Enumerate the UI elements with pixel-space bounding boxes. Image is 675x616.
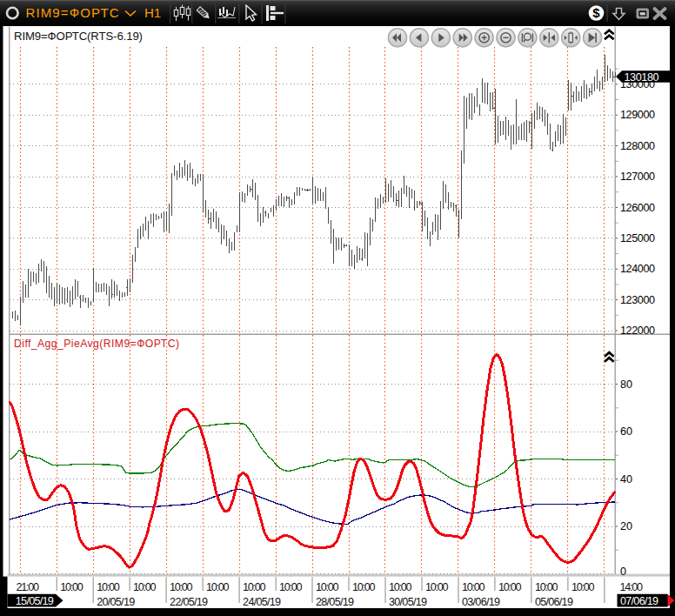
svg-text:10:00: 10:00 xyxy=(571,581,595,593)
svg-text:22/05/19: 22/05/19 xyxy=(170,596,208,608)
svg-text:10:00: 10:00 xyxy=(498,581,522,593)
svg-text:125000: 125000 xyxy=(620,232,655,244)
svg-text:10:00: 10:00 xyxy=(316,581,339,593)
svg-text:124000: 124000 xyxy=(620,263,655,275)
svg-text:123000: 123000 xyxy=(620,294,655,306)
svg-text:10:00: 10:00 xyxy=(279,581,303,593)
svg-text:10:00: 10:00 xyxy=(133,581,157,593)
svg-text:10:00: 10:00 xyxy=(462,581,485,593)
svg-text:40: 40 xyxy=(620,473,632,485)
svg-text:30/05/19: 30/05/19 xyxy=(389,596,427,608)
svg-text:10:00: 10:00 xyxy=(206,581,230,593)
svg-text:$: $ xyxy=(592,5,600,20)
svg-text:127000: 127000 xyxy=(620,171,655,183)
svg-text:10:00: 10:00 xyxy=(352,581,376,593)
svg-text:10:00: 10:00 xyxy=(243,581,266,593)
svg-text:28/05/19: 28/05/19 xyxy=(316,596,354,608)
svg-text:20/05/19: 20/05/19 xyxy=(97,596,135,608)
svg-text:03/06/19: 03/06/19 xyxy=(462,596,500,608)
svg-text:05/06/19: 05/06/19 xyxy=(535,596,573,608)
svg-text:10:00: 10:00 xyxy=(535,581,558,593)
svg-text:0: 0 xyxy=(620,566,626,578)
svg-text:10:00: 10:00 xyxy=(389,581,412,593)
svg-text:10:00: 10:00 xyxy=(425,581,449,593)
svg-text:128000: 128000 xyxy=(620,140,655,152)
svg-text:130180: 130180 xyxy=(625,71,659,84)
svg-text:20: 20 xyxy=(620,520,632,532)
svg-text:10:00: 10:00 xyxy=(60,581,84,593)
svg-text:Diff_Agg_PieAvg(RIM9=ФОРТС): Diff_Agg_PieAvg(RIM9=ФОРТС) xyxy=(14,338,179,350)
svg-text:24/05/19: 24/05/19 xyxy=(243,596,281,608)
svg-text:10:00: 10:00 xyxy=(170,581,193,593)
svg-text:122000: 122000 xyxy=(620,325,655,337)
svg-text:60: 60 xyxy=(620,425,632,438)
svg-text:14:00: 14:00 xyxy=(620,581,644,593)
svg-text:RIM9=ФОРТС: RIM9=ФОРТС xyxy=(26,5,119,20)
svg-text:80: 80 xyxy=(620,378,632,391)
svg-text:RIM9=ФОРТС(RTS-6.19): RIM9=ФОРТС(RTS-6.19) xyxy=(14,30,143,43)
svg-text:H1: H1 xyxy=(144,5,161,20)
svg-text:10:00: 10:00 xyxy=(97,581,120,593)
svg-text:21:00: 21:00 xyxy=(17,581,40,593)
svg-text:129000: 129000 xyxy=(620,109,655,121)
svg-text:07/06/19: 07/06/19 xyxy=(620,595,658,607)
svg-text:15/05/19: 15/05/19 xyxy=(16,595,54,607)
svg-text:126000: 126000 xyxy=(620,202,655,214)
